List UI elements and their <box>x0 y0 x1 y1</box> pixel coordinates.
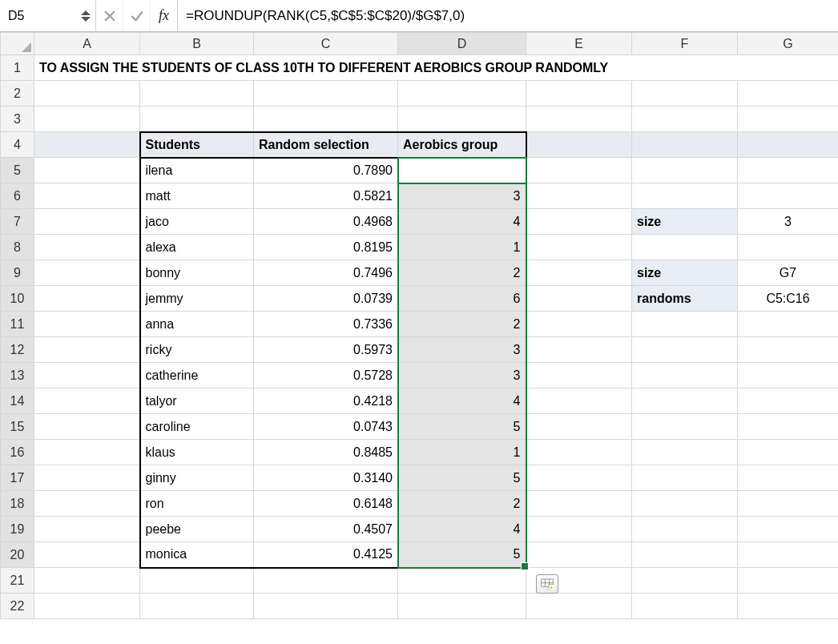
cell-C12[interactable]: 0.5973 <box>254 337 398 363</box>
cell-B21[interactable] <box>140 568 254 594</box>
cell-C19[interactable]: 0.4507 <box>254 517 398 542</box>
cell-G20[interactable] <box>738 542 839 568</box>
cell-D9[interactable]: 2 <box>398 260 526 286</box>
cell-B14[interactable]: talyor <box>140 388 254 414</box>
column-header-C[interactable]: C <box>254 33 398 55</box>
cell-B10[interactable]: jemmy <box>140 286 254 312</box>
cell-E17[interactable] <box>526 465 632 491</box>
cell-E2[interactable] <box>526 81 632 107</box>
cell-C16[interactable]: 0.8485 <box>254 440 398 465</box>
cell-F7[interactable]: size <box>632 209 738 235</box>
cell-A20[interactable] <box>34 542 140 568</box>
cell-C15[interactable]: 0.0743 <box>254 414 398 440</box>
cell-B20[interactable]: monica <box>140 542 254 568</box>
cell-E22[interactable] <box>526 594 632 619</box>
cell-F13[interactable] <box>632 363 738 388</box>
cell-D14[interactable]: 4 <box>398 388 526 414</box>
cell-A18[interactable] <box>34 491 140 517</box>
row-header-9[interactable]: 9 <box>1 260 34 286</box>
cell-A19[interactable] <box>34 517 140 542</box>
cell-F4[interactable] <box>632 132 738 158</box>
cell-F5[interactable] <box>632 158 738 183</box>
cell-C4[interactable]: Random selection <box>254 132 398 158</box>
cell-F21[interactable] <box>632 568 738 594</box>
cell-E11[interactable] <box>526 312 632 337</box>
cell-F6[interactable] <box>632 183 738 209</box>
row-header-17[interactable]: 17 <box>1 465 34 491</box>
row-header-22[interactable]: 22 <box>1 594 34 619</box>
cell-C14[interactable]: 0.4218 <box>254 388 398 414</box>
cell-A17[interactable] <box>34 465 140 491</box>
row-header-11[interactable]: 11 <box>1 312 34 337</box>
cell-B6[interactable]: matt <box>140 183 254 209</box>
cell-B7[interactable]: jaco <box>140 209 254 235</box>
cell-E16[interactable] <box>526 440 632 465</box>
row-header-3[interactable]: 3 <box>1 107 34 132</box>
cell-G2[interactable] <box>738 81 839 107</box>
cell-G16[interactable] <box>738 440 839 465</box>
cell-D22[interactable] <box>398 594 526 619</box>
row-header-21[interactable]: 21 <box>1 568 34 594</box>
cell-C13[interactable]: 0.5728 <box>254 363 398 388</box>
row-header-15[interactable]: 15 <box>1 414 34 440</box>
cell-G17[interactable] <box>738 465 839 491</box>
cell-C6[interactable]: 0.5821 <box>254 183 398 209</box>
cell-G11[interactable] <box>738 312 839 337</box>
cell-A5[interactable] <box>34 158 140 183</box>
cell-E14[interactable] <box>526 388 632 414</box>
cell-B15[interactable]: caroline <box>140 414 254 440</box>
cell-D19[interactable]: 4 <box>398 517 526 542</box>
cell-C5[interactable]: 0.7890 <box>254 158 398 183</box>
cell-F20[interactable] <box>632 542 738 568</box>
cell-E12[interactable] <box>526 337 632 363</box>
fx-label[interactable]: fx <box>151 0 178 31</box>
row-header-8[interactable]: 8 <box>1 235 34 260</box>
cell-C18[interactable]: 0.6148 <box>254 491 398 517</box>
cell-A3[interactable] <box>34 107 140 132</box>
row-header-1[interactable]: 1 <box>1 55 34 81</box>
cell-B18[interactable]: ron <box>140 491 254 517</box>
cell-B3[interactable] <box>140 107 254 132</box>
cell-F9[interactable]: size <box>632 260 738 286</box>
cell-C21[interactable] <box>254 568 398 594</box>
row-header-7[interactable]: 7 <box>1 209 34 235</box>
cell-G13[interactable] <box>738 363 839 388</box>
cell-G5[interactable] <box>738 158 839 183</box>
cell-E6[interactable] <box>526 183 632 209</box>
cell-D21[interactable] <box>398 568 526 594</box>
cell-D18[interactable]: 2 <box>398 491 526 517</box>
cell-A6[interactable] <box>34 183 140 209</box>
cell-B13[interactable]: catherine <box>140 363 254 388</box>
cell-E18[interactable] <box>526 491 632 517</box>
cell-F10[interactable]: randoms <box>632 286 738 312</box>
cell-D11[interactable]: 2 <box>398 312 526 337</box>
cell-A22[interactable] <box>34 594 140 619</box>
row-header-5[interactable]: 5 <box>1 158 34 183</box>
cell-D3[interactable] <box>398 107 526 132</box>
cell-G9[interactable]: G7 <box>738 260 839 286</box>
cell-D12[interactable]: 3 <box>398 337 526 363</box>
cell-E3[interactable] <box>526 107 632 132</box>
cell-A2[interactable] <box>34 81 140 107</box>
cell-D16[interactable]: 1 <box>398 440 526 465</box>
column-header-G[interactable]: G <box>738 33 839 55</box>
cell-D2[interactable] <box>398 81 526 107</box>
cell-B5[interactable]: ilena <box>140 158 254 183</box>
cell-B2[interactable] <box>140 81 254 107</box>
worksheet[interactable]: ABCDEFG1TO ASSIGN THE STUDENTS OF CLASS … <box>0 32 838 619</box>
cell-G3[interactable] <box>738 107 839 132</box>
select-all-corner[interactable] <box>1 33 34 55</box>
cell-B9[interactable]: bonny <box>140 260 254 286</box>
cell-G18[interactable] <box>738 491 839 517</box>
cell-G8[interactable] <box>738 235 839 260</box>
cell-G19[interactable] <box>738 517 839 542</box>
name-box[interactable]: D5 <box>0 0 96 31</box>
cell-G22[interactable] <box>738 594 839 619</box>
row-header-13[interactable]: 13 <box>1 363 34 388</box>
row-header-19[interactable]: 19 <box>1 517 34 542</box>
cell-E10[interactable] <box>526 286 632 312</box>
cell-F14[interactable] <box>632 388 738 414</box>
cell-A16[interactable] <box>34 440 140 465</box>
cell-E20[interactable] <box>526 542 632 568</box>
cell-D4[interactable]: Aerobics group <box>398 132 526 158</box>
